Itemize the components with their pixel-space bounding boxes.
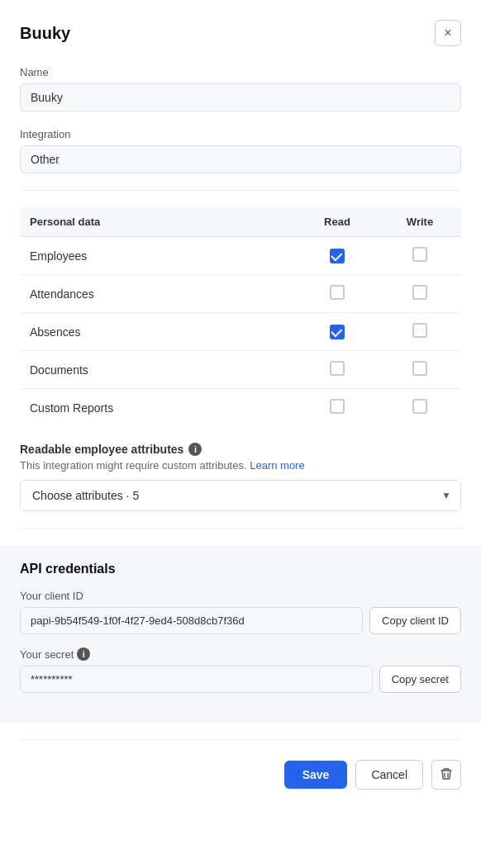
integration-label: Integration bbox=[20, 128, 461, 140]
secret-input[interactable] bbox=[20, 666, 373, 693]
checkbox-wrapper[interactable] bbox=[412, 247, 427, 262]
learn-more-link[interactable]: Learn more bbox=[250, 459, 304, 472]
col-personal-data: Personal data bbox=[20, 207, 296, 237]
delete-button[interactable] bbox=[431, 760, 461, 790]
read-checkbox-employees[interactable] bbox=[330, 249, 345, 263]
checkbox-wrapper[interactable] bbox=[412, 399, 427, 414]
trash-icon bbox=[440, 767, 453, 783]
checkbox-wrapper[interactable] bbox=[330, 249, 345, 263]
api-credentials-section: API credentials Your client ID Copy clie… bbox=[0, 545, 481, 723]
row-label-employees: Employees bbox=[20, 237, 296, 275]
row-write-documents bbox=[379, 351, 461, 389]
read-checkbox-attendances[interactable] bbox=[330, 285, 345, 300]
name-field-group: Name bbox=[20, 66, 461, 111]
checkbox-wrapper[interactable] bbox=[330, 285, 345, 300]
write-checkbox-custom-reports[interactable] bbox=[412, 399, 427, 414]
row-read-employees bbox=[296, 237, 379, 275]
client-id-field-group: Your client ID Copy client ID bbox=[20, 590, 461, 634]
cancel-button[interactable]: Cancel bbox=[355, 760, 423, 790]
checkbox-wrapper[interactable] bbox=[412, 285, 427, 300]
checkbox-wrapper[interactable] bbox=[330, 325, 345, 339]
divider-1 bbox=[20, 190, 461, 191]
permissions-table: Personal data Read Write Employees bbox=[20, 207, 461, 426]
row-read-absences bbox=[296, 313, 379, 351]
read-checkbox-absences[interactable] bbox=[330, 325, 345, 339]
table-row: Documents bbox=[20, 351, 461, 389]
col-read: Read bbox=[296, 207, 379, 237]
table-row: Attendances bbox=[20, 275, 461, 313]
save-button[interactable]: Save bbox=[284, 761, 348, 789]
name-input[interactable] bbox=[20, 83, 461, 111]
checkbox-wrapper[interactable] bbox=[330, 399, 345, 414]
modal-title: Buuky bbox=[20, 24, 70, 43]
api-credentials-title: API credentials bbox=[20, 562, 461, 576]
integration-field-group: Integration bbox=[20, 128, 461, 173]
table-row: Employees bbox=[20, 237, 461, 275]
info-icon-secret[interactable]: i bbox=[77, 647, 90, 661]
client-id-input-group: Copy client ID bbox=[20, 607, 461, 634]
row-read-attendances bbox=[296, 275, 379, 313]
secret-label-text: Your secret bbox=[20, 648, 74, 661]
modal-footer: Save Cancel bbox=[20, 739, 461, 790]
close-button[interactable]: × bbox=[435, 20, 461, 46]
row-label-attendances: Attendances bbox=[20, 275, 296, 313]
table-row: Custom Reports bbox=[20, 389, 461, 427]
row-read-custom-reports bbox=[296, 389, 379, 427]
attributes-dropdown-wrapper: Choose attributes · 5 ▼ bbox=[20, 480, 461, 511]
col-write: Write bbox=[379, 207, 461, 237]
copy-secret-button[interactable]: Copy secret bbox=[379, 666, 461, 693]
row-label-absences: Absences bbox=[20, 313, 296, 351]
secret-label-row: Your secret i bbox=[20, 647, 461, 661]
row-write-employees bbox=[379, 237, 461, 275]
modal-header: Buuky × bbox=[20, 20, 461, 46]
write-checkbox-employees[interactable] bbox=[412, 247, 427, 262]
attributes-label-text: Readable employee attributes bbox=[20, 443, 183, 456]
close-icon: × bbox=[444, 26, 451, 40]
checkbox-wrapper[interactable] bbox=[412, 361, 427, 376]
row-write-absences bbox=[379, 313, 461, 351]
read-checkbox-custom-reports[interactable] bbox=[330, 399, 345, 414]
table-row: Absences bbox=[20, 313, 461, 351]
row-label-documents: Documents bbox=[20, 351, 296, 389]
name-label: Name bbox=[20, 66, 461, 78]
checkbox-wrapper[interactable] bbox=[330, 361, 345, 376]
info-icon[interactable]: i bbox=[188, 443, 202, 456]
secret-field-group: Your secret i Copy secret bbox=[20, 647, 461, 693]
attributes-description-text: This integration might require custom at… bbox=[20, 459, 247, 472]
attributes-description: This integration might require custom at… bbox=[20, 459, 461, 472]
attributes-dropdown[interactable]: Choose attributes · 5 bbox=[20, 480, 461, 511]
copy-client-id-button[interactable]: Copy client ID bbox=[369, 607, 461, 634]
table-header-row: Personal data Read Write bbox=[20, 207, 461, 237]
checkbox-wrapper[interactable] bbox=[412, 323, 427, 338]
row-write-attendances bbox=[379, 275, 461, 313]
row-read-documents bbox=[296, 351, 379, 389]
attributes-section: Readable employee attributes i This inte… bbox=[20, 443, 461, 511]
modal-container: Buuky × Name Integration Personal data R… bbox=[0, 0, 481, 868]
write-checkbox-absences[interactable] bbox=[412, 323, 427, 338]
row-write-custom-reports bbox=[379, 389, 461, 427]
client-id-label: Your client ID bbox=[20, 590, 461, 602]
read-checkbox-documents[interactable] bbox=[330, 361, 345, 376]
attributes-label-row: Readable employee attributes i bbox=[20, 443, 461, 456]
client-id-input[interactable] bbox=[20, 607, 363, 634]
write-checkbox-attendances[interactable] bbox=[412, 285, 427, 300]
integration-input[interactable] bbox=[20, 145, 461, 173]
divider-2 bbox=[20, 528, 461, 529]
row-label-custom-reports: Custom Reports bbox=[20, 389, 296, 427]
secret-input-group: Copy secret bbox=[20, 666, 461, 693]
write-checkbox-documents[interactable] bbox=[412, 361, 427, 376]
